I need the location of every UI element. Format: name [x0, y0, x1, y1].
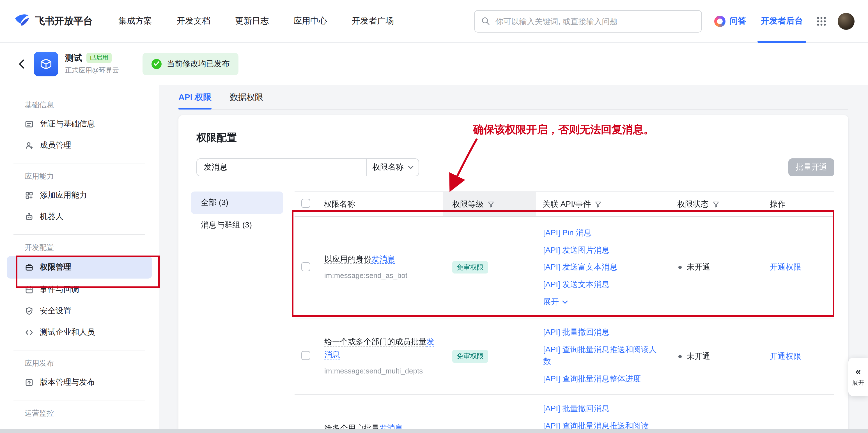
- sidebar-item-members[interactable]: 成员管理: [0, 135, 159, 156]
- sidebar-item-version-release[interactable]: 版本管理与发布: [0, 372, 159, 393]
- status-text: 未开通: [687, 262, 710, 272]
- expand-side-panel-button[interactable]: « 展开: [848, 358, 868, 396]
- global-search-input[interactable]: [494, 16, 694, 26]
- qa-label: 问答: [730, 16, 746, 26]
- chevron-down-icon: [408, 166, 413, 169]
- robot-icon: [25, 212, 34, 221]
- sidebar-item-label: 成员管理: [40, 140, 71, 150]
- sidebar-item-label: 事件与回调: [40, 285, 79, 295]
- back-icon[interactable]: [18, 59, 25, 69]
- sidebar-section-dev-config: 开发配置: [25, 242, 145, 253]
- sidebar-item-label: 凭证与基础信息: [40, 119, 95, 129]
- app-status-badge: 已启用: [86, 53, 112, 63]
- sidebar-item-add-capability[interactable]: 添加应用能力: [0, 185, 159, 206]
- table-header: 权限名称 权限等级 关联 API/事件 权限状态: [294, 192, 834, 217]
- api-link[interactable]: [API] 批量撤回消息: [543, 403, 661, 415]
- sidebar-divider: [13, 400, 145, 400]
- select-all-checkbox[interactable]: [301, 199, 310, 208]
- api-link[interactable]: [API] 发送富文本消息: [543, 261, 661, 273]
- nav-item-developer-plaza[interactable]: 开发者广场: [352, 16, 394, 26]
- app-meta: 测试 已启用 正式应用@环界云: [65, 53, 119, 75]
- api-link[interactable]: [API] 发送文本消息: [543, 279, 661, 291]
- sidebar-item-label: 机器人: [40, 212, 63, 222]
- col-header-name: 权限名称: [317, 192, 443, 216]
- level-badge: 免审权限: [452, 350, 488, 363]
- publish-icon: [25, 378, 34, 387]
- table-row-send-multi-users: 给多个用户批量发消息 [API] 批量撤回消息 [API] 查询批量消息推送和阅…: [294, 395, 834, 433]
- permission-name[interactable]: 给一个或多个部门的成员批量发消息: [324, 335, 435, 360]
- status-dot: [678, 355, 682, 358]
- nav-item-app-center[interactable]: 应用中心: [293, 16, 327, 26]
- open-permission-link[interactable]: 开通权限: [770, 262, 801, 271]
- sidebar-item-label: 安全设置: [40, 306, 71, 316]
- category-list: 全部 (3) 消息与群组 (3): [191, 192, 283, 433]
- id-card-icon: [25, 120, 34, 128]
- row-checkbox[interactable]: [301, 351, 310, 360]
- permission-name[interactable]: 以应用的身份发消息: [324, 253, 435, 265]
- user-avatar[interactable]: [838, 12, 855, 29]
- publish-banner: 当前修改均已发布: [143, 53, 239, 75]
- permission-tabs: API 权限 数据权限: [179, 85, 848, 110]
- api-link[interactable]: [API] 发送图片消息: [543, 244, 661, 256]
- primary-nav: 集成方案 开发文档 更新日志 应用中心 开发者广场: [118, 16, 394, 26]
- sidebar-item-bot[interactable]: 机器人: [0, 206, 159, 227]
- filter-icon[interactable]: [488, 201, 494, 207]
- open-permission-link[interactable]: 开通权限: [770, 351, 801, 360]
- api-link[interactable]: [API] Pin 消息: [543, 227, 661, 239]
- tab-data-permission[interactable]: 数据权限: [229, 85, 263, 109]
- main-content: API 权限 数据权限 权限配置 权限名称 批量开通: [159, 85, 868, 433]
- sidebar-section-basic: 基础信息: [25, 100, 145, 110]
- sidebar-item-test-company[interactable]: 测试企业和人员: [0, 322, 159, 343]
- category-all[interactable]: 全部 (3): [191, 192, 283, 214]
- active-tab-underline: [757, 41, 806, 42]
- permission-config-card: 权限配置 权限名称 批量开通 全部 (3) 消: [179, 115, 848, 433]
- col-header-status: 权限状态: [671, 192, 763, 216]
- sidebar-item-security-settings[interactable]: 安全设置: [0, 300, 159, 322]
- search-field-dropdown[interactable]: 权限名称: [367, 159, 418, 176]
- api-link[interactable]: [API] 查询批量消息推送和阅读人数: [543, 343, 661, 368]
- chevron-down-icon: [562, 300, 568, 304]
- qa-entry[interactable]: 问答: [714, 16, 746, 27]
- top-navbar: 飞书开放平台 集成方案 开发文档 更新日志 应用中心 开发者广场 问答 开发者后…: [0, 0, 868, 43]
- nav-item-integration[interactable]: 集成方案: [118, 16, 152, 26]
- sidebar-item-events-callbacks[interactable]: 事件与回调: [0, 279, 159, 300]
- global-search[interactable]: [474, 10, 702, 32]
- category-message-group[interactable]: 消息与群组 (3): [191, 214, 283, 236]
- brand[interactable]: 飞书开放平台: [13, 12, 93, 29]
- window-bottom-edge: [0, 429, 868, 433]
- filter-icon[interactable]: [595, 201, 602, 207]
- sidebar-item-credentials[interactable]: 凭证与基础信息: [0, 113, 159, 135]
- sidebar-item-label: 权限管理: [40, 262, 71, 272]
- api-link[interactable]: [API] 查询批量消息整体进度: [543, 373, 661, 385]
- api-link[interactable]: [API] 批量撤回消息: [543, 326, 661, 338]
- sidebar-item-permission-management[interactable]: 权限管理: [7, 256, 152, 279]
- sidebar-section-monitoring: 运营监控: [25, 408, 145, 418]
- sidebar-divider: [13, 163, 145, 164]
- double-chevron-left-icon: «: [856, 367, 861, 376]
- app-subtitle: 正式应用@环界云: [65, 65, 119, 75]
- row-checkbox[interactable]: [301, 262, 310, 271]
- brand-name: 飞书开放平台: [35, 15, 93, 28]
- app-name: 测试: [65, 53, 82, 63]
- sidebar-divider: [13, 234, 145, 235]
- nav-item-developer-console[interactable]: 开发者后台: [761, 0, 803, 42]
- sidebar-item-label: 测试企业和人员: [40, 327, 95, 338]
- feishu-logo-icon: [13, 12, 30, 29]
- permission-search-input[interactable]: [197, 159, 366, 176]
- batch-open-button[interactable]: 批量开通: [788, 158, 834, 176]
- check-circle-icon: [152, 59, 162, 69]
- search-icon: [482, 17, 490, 25]
- filter-icon[interactable]: [713, 201, 719, 207]
- nav-item-changelog[interactable]: 更新日志: [235, 16, 269, 26]
- expand-apis-link[interactable]: 展开: [543, 296, 661, 308]
- add-capability-icon: [25, 191, 34, 200]
- qa-icon: [714, 16, 725, 27]
- permission-code: im:message:send_as_bot: [324, 270, 435, 282]
- briefcase-icon: [25, 263, 34, 272]
- tab-api-permission[interactable]: API 权限: [179, 85, 212, 109]
- apps-grid-icon[interactable]: [816, 16, 827, 26]
- nav-item-docs[interactable]: 开发文档: [177, 16, 210, 26]
- col-header-level: 权限等级: [443, 192, 536, 216]
- search-match-text: 发消息: [371, 254, 395, 264]
- code-brackets-icon: [25, 328, 34, 337]
